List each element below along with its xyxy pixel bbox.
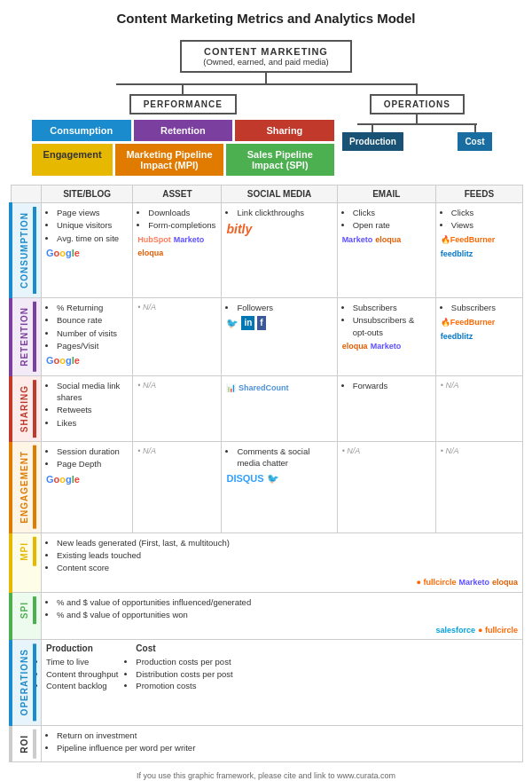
roi-content: Return on investment Pipeline influence … — [46, 730, 518, 754]
sharing-feeds-na: • N/A — [441, 381, 459, 390]
hierarchy-diagram: CONTENT MARKETING (Owned, earned, and pa… — [0, 33, 532, 179]
consumption-email-content: Clicks Open rate Marketo eloqua — [342, 207, 431, 245]
col-email: EMAIL — [337, 185, 435, 203]
consumption-label-cell: CONSUMPTION — [11, 203, 42, 298]
engagement-siteblog-content: Session duration Page Depth Google — [46, 446, 128, 486]
eloqua-logo2: eloqua — [375, 234, 401, 246]
consumption-siteblog-logos: Google — [46, 247, 128, 260]
facebook-logo: f — [257, 316, 265, 330]
mpi-label-cell: MPI — [11, 532, 42, 592]
ops-hline — [357, 123, 477, 125]
consumption-row-label: CONSUMPTION — [17, 207, 36, 294]
operations-row-label: OPERATIONS — [17, 643, 36, 721]
cb-mpi: Marketing Pipeline Impact (MPI) — [115, 144, 223, 176]
engagement-asset-na: • N/A — [137, 446, 156, 455]
sharing-asset: • N/A — [133, 375, 222, 441]
retention-social: Followers 🐦 in f — [222, 298, 337, 376]
cb-consumption: Consumption — [32, 120, 131, 141]
eloqua-logo: eloqua — [137, 248, 163, 259]
engagement-email: • N/A — [337, 441, 435, 532]
operations-production-header: Production — [46, 643, 118, 653]
row-sharing: SHARING Social media link shares Retweet… — [11, 375, 523, 441]
cb-engagement: Engagement — [32, 144, 113, 176]
row-roi: ROI Return on investment Pipeline influe… — [11, 725, 523, 762]
retention-siteblog: % Returning Bounce rate Number of visits… — [42, 298, 133, 376]
col-social: SOCIAL MEDIA — [222, 185, 337, 203]
sharing-email-content: Forwards — [342, 380, 431, 391]
cb-retention: Retention — [134, 120, 233, 141]
engagement-feeds-na: • N/A — [441, 446, 459, 455]
mpi-content-cell: New leads generated (First, last, & mult… — [42, 532, 523, 592]
ops-sub-vline — [416, 114, 418, 123]
sharing-siteblog: Social media link shares Retweets Likes — [42, 375, 133, 441]
row-mpi: MPI New leads generated (First, last, & … — [11, 532, 523, 592]
perf-row2: Engagement Marketing Pipeline Impact (MP… — [32, 144, 334, 176]
feedburner-logo: 🔥FeedBurner — [441, 234, 496, 246]
cost-branch: Cost — [458, 123, 491, 151]
consumption-siteblog: Page views Unique visitors Avg. time on … — [42, 203, 133, 298]
spi-content: % and $ value of opportunities influence… — [46, 596, 518, 635]
consumption-siteblog-content: Page views Unique visitors Avg. time on … — [46, 207, 128, 260]
retention-email-content: Subscribers Unsubscribers & opt-outs elo… — [342, 302, 431, 351]
sharing-feeds: • N/A — [435, 375, 522, 441]
salesforce-logo: salesforce — [436, 625, 476, 636]
operations-branch: OPERATIONS Production Cost — [334, 83, 500, 176]
retention-asset: • N/A — [133, 298, 222, 376]
eloqua-logo3: eloqua — [342, 341, 368, 352]
consumption-email-logos: Marketo eloqua — [342, 234, 431, 246]
fullcircle-logo2: ● fullcircle — [478, 625, 518, 636]
cb-spi: Sales Pipeline Impact (SPI) — [226, 144, 334, 176]
top-box: CONTENT MARKETING (Owned, earned, and pa… — [180, 40, 352, 73]
col-siteblog: SITE/BLOG — [42, 185, 133, 203]
mpi-logos: ● fullcircle Marketo eloqua — [46, 577, 518, 588]
row-spi: SPI % and $ value of opportunities influ… — [11, 593, 523, 640]
sharing-social-content: 📊 SharedCount — [226, 383, 332, 394]
col-asset: ASSET — [133, 185, 222, 203]
ops-vline — [416, 83, 418, 94]
marketo-logo2: Marketo — [342, 234, 373, 246]
retention-siteblog-content: % Returning Bounce rate Number of visits… — [46, 302, 128, 368]
cb-production: Production — [342, 132, 403, 151]
engagement-social-logos: DISQUS 🐦 — [226, 472, 332, 485]
mpi-row-label: MPI — [17, 537, 36, 566]
disqus-logo: DISQUS — [226, 472, 263, 485]
mpi-content: New leads generated (First, last, & mult… — [46, 537, 518, 588]
page-title: Content Marketing Metrics and Analytics … — [0, 0, 532, 33]
bitly-logo: bitly — [226, 221, 252, 239]
google-logo-eng: Google — [46, 473, 80, 486]
engagement-siteblog-logos: Google — [46, 473, 128, 486]
consumption-asset-content: Downloads Form-completions HubSpot Marke… — [137, 207, 216, 259]
retention-social-content: Followers 🐦 in f — [226, 302, 332, 330]
consumption-asset-logos: HubSpot Marketo eloqua — [137, 234, 216, 259]
roi-content-cell: Return on investment Pipeline influence … — [42, 725, 523, 762]
sharedcount-logo: 📊 SharedCount — [226, 383, 288, 394]
twitter-logo2: 🐦 — [267, 472, 279, 485]
branch-row: PERFORMANCE Consumption Retention Sharin… — [32, 83, 500, 176]
roi-row-label: ROI — [17, 730, 36, 759]
row-operations: OPERATIONS Production Time to live Conte… — [11, 640, 523, 725]
feedblitz-logo2: feedblitz — [441, 331, 473, 343]
sharing-siteblog-content: Social media link shares Retweets Likes — [46, 380, 128, 429]
engagement-social-content: Comments & social media chatter DISQUS 🐦 — [226, 446, 332, 485]
linkedin-logo: in — [241, 316, 254, 330]
row-retention: RETENTION % Returning Bounce rate Number… — [11, 298, 523, 376]
engagement-social: Comments & social media chatter DISQUS 🐦 — [222, 441, 337, 532]
consumption-social: Link clickthroughs bitly — [222, 203, 337, 298]
cb-sharing: Sharing — [235, 120, 334, 141]
consumption-social-logos: bitly — [226, 221, 332, 239]
engagement-asset: • N/A — [133, 441, 222, 532]
main-metrics-table: SITE/BLOG ASSET SOCIAL MEDIA EMAIL FEEDS… — [9, 185, 523, 762]
engagement-row-label: ENGAGEMENT — [17, 446, 36, 529]
sharing-social-logos: 📊 SharedCount — [226, 383, 332, 394]
operations-content: Production Time to live Content throughp… — [46, 643, 518, 691]
retention-label-cell: RETENTION — [11, 298, 42, 376]
top-label: CONTENT MARKETING — [203, 46, 329, 57]
branch-hline — [116, 83, 416, 85]
retention-email: Subscribers Unsubscribers & opt-outs elo… — [337, 298, 435, 376]
spi-label-cell: SPI — [11, 593, 42, 640]
twitter-logo: 🐦 — [226, 317, 239, 330]
col-label-header — [11, 185, 42, 203]
consumption-feeds: Clicks Views 🔥FeedBurner feedblitz — [435, 203, 522, 298]
consumption-email: Clicks Open rate Marketo eloqua — [337, 203, 435, 298]
cb-cost: Cost — [458, 132, 491, 151]
